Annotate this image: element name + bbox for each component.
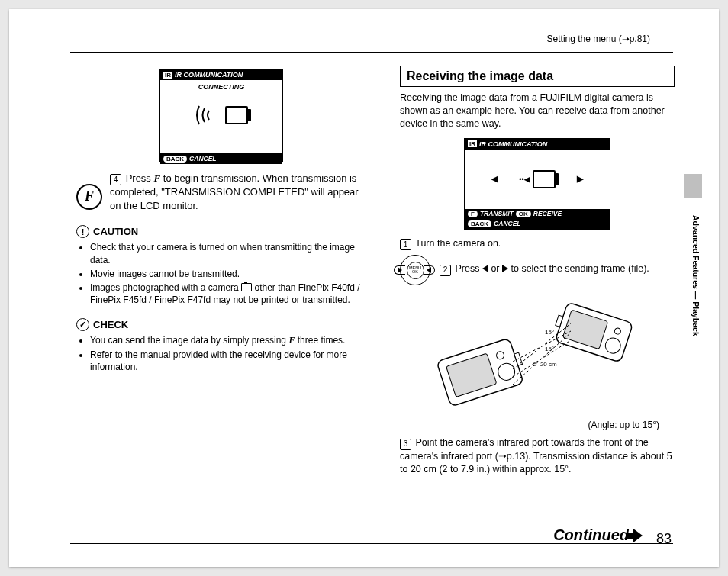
- lcd-title-text: IR COMMUNICATION: [479, 140, 547, 148]
- svg-line-12: [513, 331, 571, 362]
- header-label: Setting the menu (➝p.81): [547, 34, 650, 44]
- menu-ok-dial-icon: MENU OK: [400, 255, 429, 284]
- signal-waves-icon: [195, 103, 221, 127]
- cancel-label: CANCEL: [494, 220, 520, 227]
- caution-item: Check that your camera is turned on when…: [90, 241, 366, 265]
- step-4-row: F 4 Press F to begin transmission. When …: [76, 172, 366, 214]
- right-column: Receiving the image data Receiving the i…: [400, 66, 675, 481]
- transmit-label: TRANSMIT: [480, 210, 514, 217]
- section-heading: Receiving the image data: [400, 66, 675, 87]
- camera-icon: [225, 106, 248, 124]
- caution-item: Images photographed with a camera other …: [90, 282, 366, 306]
- caution-icon: !: [76, 225, 89, 238]
- lcd-title-bar: IR IR COMMUNICATION: [465, 139, 610, 150]
- lcd-screen-connecting: IR IR COMMUNICATION CONNECTING: [159, 69, 283, 162]
- step-1-num: 1: [400, 239, 411, 250]
- check-item: Refer to the manual provided with the re…: [90, 349, 366, 373]
- check-icon: ✓: [76, 318, 89, 331]
- back-pill: BACK: [163, 156, 187, 163]
- left-arrow-icon: ◀: [491, 174, 498, 184]
- signal-dots-icon: ••◀: [519, 175, 529, 183]
- ir-tag: IR: [468, 140, 477, 147]
- f-button-icon: F: [76, 184, 102, 210]
- lcd-screen-receive: IR IR COMMUNICATION ◀ ••◀ ▶ F TRANSMIT O: [464, 138, 610, 230]
- camera-icon: [533, 170, 556, 188]
- camera-alignment-illustration: 15° 15° 5–20 cm // (labels filled below …: [400, 291, 675, 417]
- caution-title: CAUTION: [93, 226, 138, 237]
- right-arrow-icon: [502, 265, 508, 272]
- angle-label-bottom: 15°: [545, 346, 554, 352]
- check-heading: ✓ CHECK: [76, 318, 366, 331]
- manual-page: Setting the menu (➝p.81) Advanced Featur…: [9, 9, 719, 567]
- distance-label: 5–20 cm: [533, 361, 557, 368]
- step-3-num: 3: [400, 439, 411, 450]
- lcd-body: CONNECTING: [160, 80, 282, 153]
- back-pill: BACK: [468, 220, 491, 227]
- step-3: 3 Point the camera's infrared port towar…: [400, 436, 675, 477]
- caution-item: Movie images cannot be transmitted.: [90, 268, 366, 280]
- lcd-right-wrap: IR IR COMMUNICATION ◀ ••◀ ▶ F TRANSMIT O: [400, 138, 675, 230]
- camera-glyph-icon: [241, 283, 252, 291]
- continued-label: Continued: [553, 526, 629, 544]
- angle-label-top: 15°: [545, 329, 554, 336]
- left-arrow-icon: [482, 265, 488, 272]
- step-2: MENU OK 2 Press or to select the sending…: [400, 255, 675, 284]
- step-4-text: 4 Press F to begin transmission. When tr…: [110, 172, 366, 214]
- ir-tag: IR: [163, 72, 172, 79]
- lcd-title-text: IR COMMUNICATION: [175, 71, 243, 79]
- lcd-bottom-bars: F TRANSMIT OK RECEIVE BACK CANCEL: [465, 209, 610, 229]
- step-2-text: 2 Press or to select the sending frame (…: [440, 262, 649, 276]
- section-tab: [684, 174, 702, 198]
- lcd-status: CONNECTING: [160, 83, 282, 91]
- f-glyph: F: [153, 172, 160, 184]
- left-column: IR IR COMMUNICATION CONNECTING: [76, 69, 366, 375]
- right-arrow-icon: ▶: [577, 174, 583, 184]
- step-4-num: 4: [110, 174, 121, 185]
- lcd-body: ◀ ••◀ ▶: [465, 150, 610, 209]
- f-pill: F: [468, 211, 478, 217]
- check-title: CHECK: [93, 319, 128, 330]
- lcd-left-wrap: IR IR COMMUNICATION CONNECTING: [76, 69, 366, 164]
- rule-top: [70, 52, 673, 53]
- check-item: You can send the image data by simply pr…: [90, 334, 366, 346]
- ok-pill: OK: [516, 211, 531, 217]
- cancel-label: CANCEL: [189, 155, 216, 163]
- check-list: You can send the image data by simply pr…: [90, 334, 366, 373]
- continued-arrow-icon: [633, 529, 643, 542]
- caution-heading: ! CAUTION: [76, 225, 366, 238]
- angle-note: (Angle: up to 15°): [400, 420, 659, 430]
- step-3-text: Point the camera's infrared port towards…: [400, 437, 672, 475]
- receive-label: RECEIVE: [533, 210, 562, 217]
- step-1-text: Turn the camera on.: [415, 238, 501, 249]
- lcd-title-bar: IR IR COMMUNICATION: [160, 69, 282, 80]
- section-tab-text: Advanced Features — Playback: [691, 215, 701, 336]
- caution-list: Check that your camera is turned on when…: [90, 241, 366, 306]
- step-2-num: 2: [440, 265, 451, 276]
- lcd-cancel-bar: BACK CANCEL: [160, 153, 282, 164]
- step-1: 1 Turn the camera on.: [400, 237, 675, 251]
- intro-paragraph: Receiving the image data from a FUJIFILM…: [400, 92, 675, 130]
- page-number: 83: [656, 531, 672, 547]
- f-glyph: F: [288, 335, 295, 346]
- continued-indicator: Continued: [553, 526, 643, 544]
